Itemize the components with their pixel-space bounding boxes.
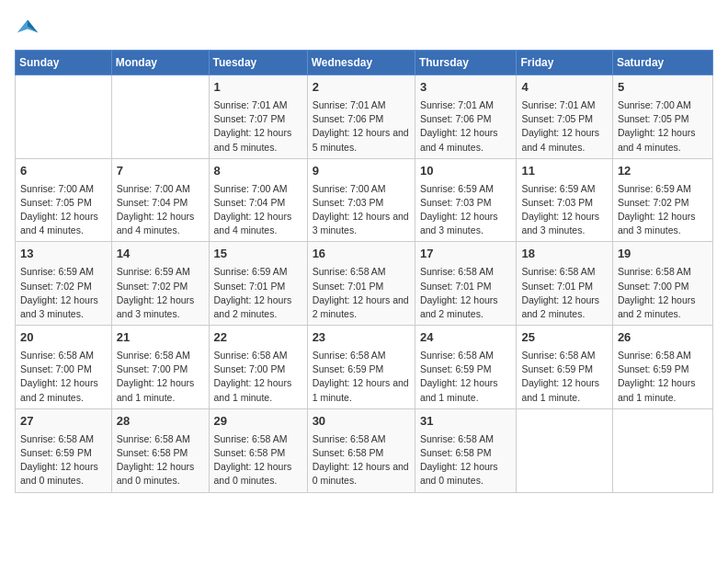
header-row: SundayMondayTuesdayWednesdayThursdayFrid…: [16, 51, 713, 75]
weekday-header: Wednesday: [307, 51, 415, 75]
sunrise-text: Sunrise: 6:59 AM: [521, 182, 607, 196]
day-number: 31: [420, 413, 512, 431]
sunset-text: Sunset: 7:03 PM: [521, 196, 607, 210]
daylight-text: Daylight: 12 hours and 3 minutes.: [420, 210, 512, 237]
sunset-text: Sunset: 7:06 PM: [313, 112, 410, 126]
day-number: 25: [521, 329, 607, 347]
daylight-text: Daylight: 12 hours and 1 minute.: [618, 376, 708, 404]
page-header: [15, 15, 713, 40]
daylight-text: Daylight: 12 hours and 4 minutes.: [214, 210, 302, 237]
calendar-cell: 5Sunrise: 7:00 AMSunset: 7:05 PMDaylight…: [612, 75, 712, 159]
day-number: 23: [313, 329, 410, 347]
daylight-text: Daylight: 12 hours and 3 minutes.: [117, 293, 204, 321]
day-number: 24: [420, 329, 512, 347]
calendar-cell: 11Sunrise: 6:59 AMSunset: 7:03 PMDayligh…: [517, 158, 612, 242]
daylight-text: Daylight: 12 hours and 2 minutes.: [20, 376, 107, 404]
sunset-text: Sunset: 7:02 PM: [20, 280, 107, 293]
calendar-cell: 18Sunrise: 6:58 AMSunset: 7:01 PMDayligh…: [517, 242, 612, 326]
day-number: 29: [214, 413, 302, 431]
daylight-text: Daylight: 12 hours and 2 minutes.: [214, 293, 302, 321]
calendar-week-row: 13Sunrise: 6:59 AMSunset: 7:02 PMDayligh…: [16, 242, 713, 326]
weekday-header: Friday: [517, 51, 612, 75]
calendar-cell: 23Sunrise: 6:58 AMSunset: 6:59 PMDayligh…: [307, 326, 415, 409]
sunset-text: Sunset: 7:02 PM: [618, 196, 708, 210]
sunrise-text: Sunrise: 6:58 AM: [20, 432, 107, 446]
daylight-text: Daylight: 12 hours and 3 minutes.: [521, 210, 607, 237]
sunrise-text: Sunrise: 7:01 AM: [214, 98, 302, 112]
sunset-text: Sunset: 6:58 PM: [313, 446, 410, 460]
sunrise-text: Sunrise: 6:59 AM: [117, 265, 204, 279]
daylight-text: Daylight: 12 hours and 1 minute.: [521, 376, 607, 404]
sunset-text: Sunset: 7:00 PM: [618, 280, 708, 293]
calendar-cell: 4Sunrise: 7:01 AMSunset: 7:05 PMDaylight…: [517, 75, 612, 159]
calendar-cell: 2Sunrise: 7:01 AMSunset: 7:06 PMDaylight…: [307, 75, 415, 159]
calendar-cell: 9Sunrise: 7:00 AMSunset: 7:03 PMDaylight…: [307, 158, 415, 242]
sunset-text: Sunset: 6:58 PM: [117, 446, 204, 460]
calendar-cell: 1Sunrise: 7:01 AMSunset: 7:07 PMDaylight…: [209, 75, 307, 159]
daylight-text: Daylight: 12 hours and 4 minutes.: [618, 126, 708, 154]
weekday-header: Saturday: [612, 51, 712, 75]
sunset-text: Sunset: 6:59 PM: [618, 362, 708, 376]
sunset-text: Sunset: 7:00 PM: [214, 362, 302, 376]
weekday-header: Thursday: [415, 51, 517, 75]
day-number: 14: [117, 246, 204, 263]
calendar-week-row: 1Sunrise: 7:01 AMSunset: 7:07 PMDaylight…: [16, 75, 713, 159]
sunrise-text: Sunrise: 6:58 AM: [420, 349, 512, 362]
sunset-text: Sunset: 7:04 PM: [117, 196, 204, 210]
calendar-cell: 21Sunrise: 6:58 AMSunset: 7:00 PMDayligh…: [111, 326, 209, 409]
day-number: 3: [420, 79, 512, 97]
sunset-text: Sunset: 7:07 PM: [214, 112, 302, 126]
sunrise-text: Sunrise: 6:58 AM: [313, 349, 410, 362]
daylight-text: Daylight: 12 hours and 0 minutes.: [420, 460, 512, 488]
sunset-text: Sunset: 7:01 PM: [214, 280, 302, 293]
day-number: 17: [420, 246, 512, 263]
sunrise-text: Sunrise: 7:00 AM: [214, 182, 302, 196]
daylight-text: Daylight: 12 hours and 3 minutes.: [618, 210, 708, 237]
day-number: 8: [214, 163, 302, 180]
daylight-text: Daylight: 12 hours and 4 minutes.: [20, 210, 107, 237]
sunset-text: Sunset: 6:59 PM: [20, 446, 107, 460]
daylight-text: Daylight: 12 hours and 2 minutes.: [618, 293, 708, 321]
calendar-cell: 30Sunrise: 6:58 AMSunset: 6:58 PMDayligh…: [307, 408, 415, 492]
day-number: 6: [20, 163, 107, 180]
sunrise-text: Sunrise: 6:58 AM: [420, 432, 512, 446]
calendar-cell: 8Sunrise: 7:00 AMSunset: 7:04 PMDaylight…: [209, 158, 307, 242]
sunset-text: Sunset: 6:59 PM: [521, 362, 607, 376]
sunset-text: Sunset: 6:59 PM: [313, 362, 410, 376]
sunrise-text: Sunrise: 6:58 AM: [521, 349, 607, 362]
daylight-text: Daylight: 12 hours and 2 minutes.: [420, 293, 512, 321]
calendar-week-row: 20Sunrise: 6:58 AMSunset: 7:00 PMDayligh…: [16, 326, 713, 409]
calendar-cell: 24Sunrise: 6:58 AMSunset: 6:59 PMDayligh…: [415, 326, 517, 409]
calendar-cell: 13Sunrise: 6:59 AMSunset: 7:02 PMDayligh…: [16, 242, 112, 326]
calendar-cell: [517, 408, 612, 492]
daylight-text: Daylight: 12 hours and 2 minutes.: [521, 293, 607, 321]
sunrise-text: Sunrise: 6:58 AM: [313, 432, 410, 446]
calendar-cell: 28Sunrise: 6:58 AMSunset: 6:58 PMDayligh…: [111, 408, 209, 492]
daylight-text: Daylight: 12 hours and 0 minutes.: [117, 460, 204, 488]
sunrise-text: Sunrise: 6:58 AM: [420, 265, 512, 279]
day-number: 19: [618, 246, 708, 263]
day-number: 28: [117, 413, 204, 431]
day-number: 4: [521, 79, 607, 97]
weekday-header: Tuesday: [209, 51, 307, 75]
calendar-cell: 17Sunrise: 6:58 AMSunset: 7:01 PMDayligh…: [415, 242, 517, 326]
calendar-cell: 16Sunrise: 6:58 AMSunset: 7:01 PMDayligh…: [307, 242, 415, 326]
calendar-cell: 26Sunrise: 6:58 AMSunset: 6:59 PMDayligh…: [612, 326, 712, 409]
day-number: 2: [313, 79, 410, 97]
sunset-text: Sunset: 7:01 PM: [521, 280, 607, 293]
day-number: 26: [618, 329, 708, 347]
daylight-text: Daylight: 12 hours and 4 minutes.: [117, 210, 204, 237]
sunrise-text: Sunrise: 7:00 AM: [313, 182, 410, 196]
daylight-text: Daylight: 12 hours and 5 minutes.: [214, 126, 302, 154]
calendar-cell: 22Sunrise: 6:58 AMSunset: 7:00 PMDayligh…: [209, 326, 307, 409]
daylight-text: Daylight: 12 hours and 1 minute.: [214, 376, 302, 404]
sunset-text: Sunset: 7:04 PM: [214, 196, 302, 210]
day-number: 13: [20, 246, 107, 263]
sunrise-text: Sunrise: 6:59 AM: [214, 265, 302, 279]
daylight-text: Daylight: 12 hours and 3 minutes.: [20, 293, 107, 321]
sunrise-text: Sunrise: 6:58 AM: [618, 349, 708, 362]
logo: [15, 15, 44, 40]
calendar-cell: 27Sunrise: 6:58 AMSunset: 6:59 PMDayligh…: [16, 408, 112, 492]
calendar-cell: 31Sunrise: 6:58 AMSunset: 6:58 PMDayligh…: [415, 408, 517, 492]
sunrise-text: Sunrise: 7:00 AM: [618, 98, 708, 112]
